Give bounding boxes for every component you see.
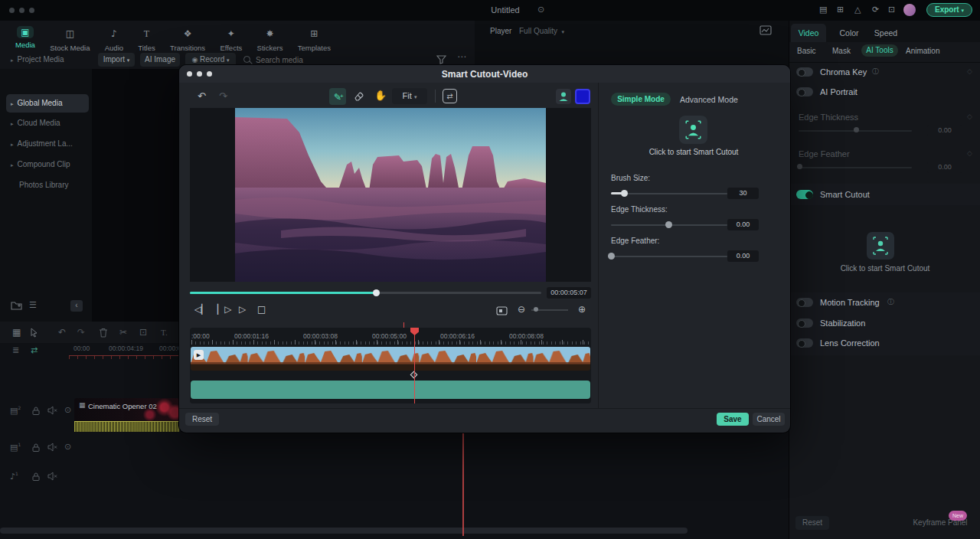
edge-thickness-value[interactable]: 0.00 [727,219,759,230]
new-folder-icon[interactable] [11,301,22,310]
tab-titles[interactable]: T Titles [138,24,155,52]
edge-thickness-knob[interactable] [665,221,672,228]
delete-icon[interactable] [99,328,108,338]
lock-track-icon[interactable] [32,472,40,481]
matte-view-button[interactable] [556,89,571,104]
redo-icon[interactable]: ↷ [77,328,85,337]
dialog-cancel-button[interactable]: Cancel [753,413,785,426]
undo-icon[interactable]: ↶ [198,91,206,101]
panel-reset-button[interactable]: Reset [795,516,829,530]
sidebar-item-photos-library[interactable]: Photos Library [6,176,89,194]
zoom-fit-dropdown[interactable]: Fit ▾ [392,88,427,104]
clip-audio-waveform[interactable] [74,421,179,432]
track-layout-icon[interactable]: ▦ [12,328,21,337]
quality-dropdown[interactable]: Full Quality ▾ [519,27,564,35]
brush-size-value[interactable]: 30 [727,188,759,199]
timeline-zoom-knob[interactable] [534,307,538,312]
previous-frame-button[interactable]: ◁▏ [194,305,208,314]
smart-cutout-mask-track[interactable] [191,381,590,399]
compare-view-icon[interactable]: ⇄ [443,89,457,103]
tab-color[interactable]: Color [831,24,867,42]
hide-track-icon[interactable]: ⊙ [64,406,71,414]
window-zoom-button[interactable] [29,8,34,13]
smart-cutout-start-button[interactable] [867,232,894,260]
motion-tracking-toggle[interactable] [796,298,813,307]
eraser-icon[interactable] [353,90,364,102]
ruler-major-ticks[interactable] [191,340,590,345]
auto-ripple-icon[interactable]: ⇄ [31,346,38,354]
edge-feather-value[interactable]: 0.00 [727,250,759,262]
upload-icon[interactable]: △ [854,5,861,14]
export-button[interactable]: Export ▾ [926,3,972,17]
background-color-swatch[interactable] [575,89,590,104]
tab-stock-media[interactable]: ◫ Stock Media [50,24,90,52]
window-minimize-button[interactable] [19,8,24,13]
tab-audio[interactable]: ♪ Audio [105,24,123,52]
tab-stickers[interactable]: ✸ Stickers [257,24,283,52]
sync-icon[interactable]: ⟳ [872,5,879,14]
list-view-icon[interactable]: ☰ [29,301,37,309]
dialog-playhead-handle[interactable] [410,328,419,335]
split-scissors-icon[interactable]: ✂ [119,328,127,337]
filter-icon[interactable] [436,54,446,64]
select-tool-icon[interactable] [29,328,39,338]
fullscreen-icon[interactable]: ⊡ [888,5,895,14]
edge-feather-knob[interactable] [608,253,615,260]
subtab-basic[interactable]: Basic [797,47,815,55]
chroma-key-toggle[interactable] [796,67,813,77]
video-preview-image[interactable] [235,108,546,282]
subtab-ai-tools[interactable]: AI Tools [861,44,898,57]
lock-track-icon[interactable] [32,443,40,452]
render-preview-icon[interactable] [760,25,772,35]
tab-video[interactable]: Video [791,24,826,42]
crop-icon[interactable]: ⊡ [139,328,147,337]
tab-media[interactable]: ▣ Media [15,24,35,52]
ai-portrait-toggle[interactable] [796,87,813,96]
mute-track-icon[interactable] [47,406,57,415]
subtab-animation[interactable]: Animation [906,47,939,55]
advanced-mode-tab[interactable]: Advanced Mode [680,95,738,104]
collapse-panel-button[interactable]: ‹ [70,300,83,312]
import-button[interactable]: Import ▾ [98,53,135,67]
text-tool-icon[interactable]: T. [161,328,168,337]
smart-cutout-toggle[interactable] [796,190,813,199]
tab-templates[interactable]: ⊞ Templates [298,24,331,52]
layout-panels-icon[interactable]: ▤ [819,5,827,14]
clip-filmstrip[interactable] [191,347,590,371]
lens-correction-toggle[interactable] [796,338,813,348]
clip-thumbnails[interactable]: ▦ Cinematic Opener 02 [74,398,179,421]
zoom-in-icon[interactable]: ⊕ [578,305,586,314]
simple-mode-tab[interactable]: Simple Mode [611,93,671,106]
main-playhead-line[interactable] [462,433,464,536]
dialog-reset-button[interactable]: Reset [185,413,219,426]
track-manager-icon[interactable]: ≣ [12,346,19,354]
dialog-save-button[interactable]: Save [717,413,749,426]
ai-image-button[interactable]: AI Image [140,53,180,67]
stop-button[interactable]: □ [257,305,266,314]
preview-progress-handle[interactable] [373,289,380,296]
edge-feather-slider[interactable] [611,256,727,257]
lock-track-icon[interactable] [32,407,40,415]
sidebar-item-global-media[interactable]: ▸Global Media [6,94,89,113]
mute-track-icon[interactable] [47,443,57,452]
sidebar-item-project-media[interactable]: ▸Project Media [6,51,89,69]
redo-icon[interactable]: ↷ [219,91,227,101]
undo-icon[interactable]: ↶ [58,328,66,337]
subtab-mask[interactable]: Mask [832,47,851,55]
brush-tool-button[interactable]: ✎+ [329,88,346,105]
timeline-scrollbar[interactable] [0,528,688,534]
dialog-playhead-line[interactable] [414,328,416,403]
play-button[interactable]: ▷ [239,305,246,314]
sidebar-item-compound-clip[interactable]: ▸Compound Clip [6,155,89,174]
sidebar-item-cloud-media[interactable]: ▸Cloud Media [6,114,89,132]
tab-transitions[interactable]: ❖ Transitions [170,24,205,52]
brush-size-slider[interactable] [611,193,727,194]
dialog-smart-cutout-start-button[interactable] [679,116,707,144]
stabilization-toggle[interactable] [796,318,813,328]
keyframe-diamond-icon[interactable]: ◇ [967,68,972,75]
hide-track-icon[interactable]: ⊙ [64,443,71,451]
sidebar-item-adjustment-layer[interactable]: ▸Adjustment La... [6,135,89,153]
window-close-button[interactable] [9,8,15,13]
mute-track-icon[interactable] [47,472,57,481]
tab-effects[interactable]: ✦ Effects [220,24,242,52]
